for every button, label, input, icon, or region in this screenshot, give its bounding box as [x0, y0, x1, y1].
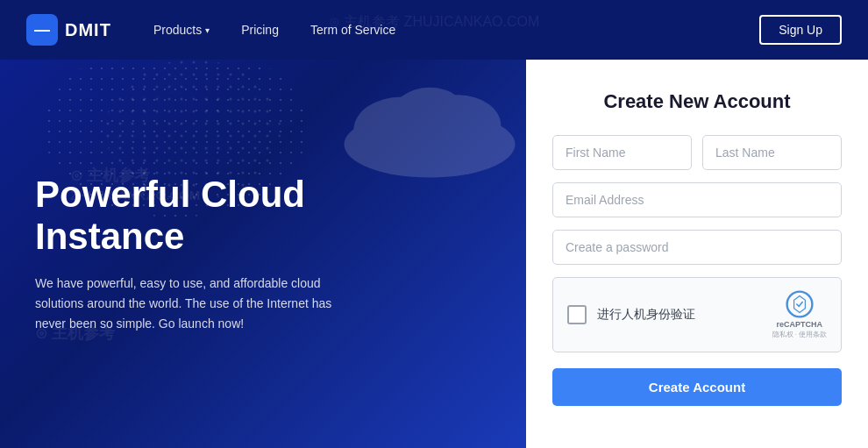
hero-title: Powerful Cloud Instance: [35, 174, 368, 259]
svg-point-3: [392, 88, 468, 145]
email-input[interactable]: [552, 182, 842, 217]
form-panel: Create New Account 进行人机身份验证: [526, 60, 868, 448]
logo-icon: —: [26, 14, 58, 46]
name-row: [552, 135, 842, 170]
hero-section: ⊙ 主机参考ZHUJICANKAO.COM ⊙ 主机参考 Powerful Cl…: [0, 60, 526, 448]
captcha-right: reCAPTCHA 隐私权 · 使用条款: [772, 290, 827, 339]
recaptcha-text: reCAPTCHA: [777, 320, 823, 329]
nav-signup: Sign Up: [759, 15, 842, 45]
nav-item-products[interactable]: Products ▾: [138, 0, 225, 60]
nav-item-tos[interactable]: Term of Service: [295, 0, 411, 60]
captcha-box[interactable]: 进行人机身份验证 reCAPTCHA 隐私权 · 使用条款: [552, 277, 842, 352]
last-name-input[interactable]: [702, 135, 842, 170]
cloud-decoration: [333, 68, 526, 182]
nav-label-tos: Term of Service: [310, 23, 395, 37]
recaptcha-links: 隐私权 · 使用条款: [772, 331, 827, 339]
submit-button[interactable]: Create Account: [552, 368, 842, 406]
nav-label-products: Products: [153, 23, 202, 37]
password-input[interactable]: [552, 230, 842, 265]
captcha-left: 进行人机身份验证: [567, 305, 695, 324]
signup-button[interactable]: Sign Up: [759, 15, 842, 45]
nav-label-pricing: Pricing: [241, 23, 279, 37]
email-group: [552, 182, 842, 217]
chevron-down-icon: ▾: [205, 25, 210, 35]
navbar: — DMIT Products ▾ Pricing Term of Servic…: [0, 0, 868, 60]
captcha-label: 进行人机身份验证: [597, 307, 695, 323]
nav-links: Products ▾ Pricing Term of Service: [138, 0, 759, 60]
password-group: [552, 230, 842, 265]
captcha-checkbox[interactable]: [567, 305, 587, 324]
logo-area[interactable]: — DMIT: [26, 14, 111, 46]
form-title: Create New Account: [552, 90, 842, 113]
main-area: ⊙ 主机参考ZHUJICANKAO.COM ⊙ 主机参考 Powerful Cl…: [0, 60, 868, 448]
nav-item-pricing[interactable]: Pricing: [225, 0, 295, 60]
hero-description: We have powerful, easy to use, and affor…: [35, 274, 333, 334]
logo-text: DMIT: [65, 20, 111, 40]
recaptcha-icon: [786, 290, 814, 318]
first-name-input[interactable]: [552, 135, 692, 170]
